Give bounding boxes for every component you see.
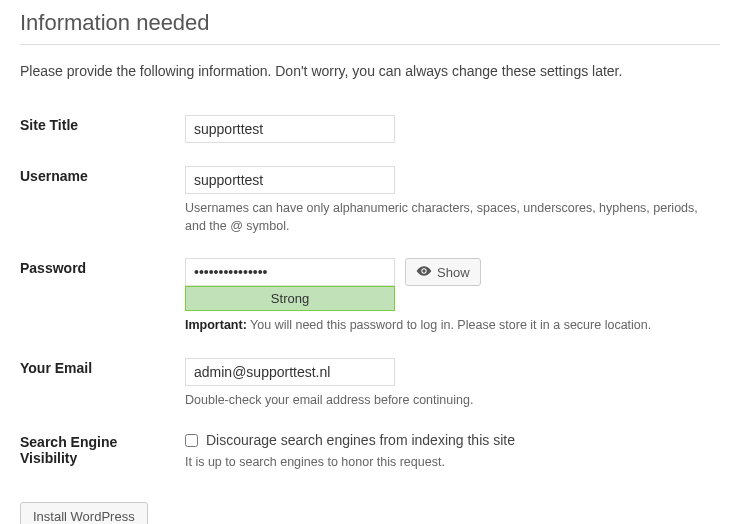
install-form: Site Title Username Usernames can have o… [20,107,720,487]
eye-icon [416,263,432,282]
intro-text: Please provide the following information… [20,63,720,79]
heading-divider [20,44,720,45]
username-label: Username [20,158,185,250]
email-input[interactable] [185,358,395,386]
password-label: Password [20,250,185,350]
search-engine-checkbox[interactable] [185,434,198,447]
site-title-input[interactable] [185,115,395,143]
search-engine-description: It is up to search engines to honor this… [185,454,720,472]
email-label: Your Email [20,350,185,425]
show-password-button[interactable]: Show [405,258,481,286]
password-input[interactable] [185,258,395,286]
password-important-label: Important: [185,318,247,332]
username-input[interactable] [185,166,395,194]
search-engine-label: Search Engine Visibility [20,424,185,487]
site-title-label: Site Title [20,107,185,158]
install-wordpress-button[interactable]: Install WordPress [20,502,148,525]
email-description: Double-check your email address before c… [185,392,720,410]
page-heading: Information needed [20,10,720,36]
password-strength-meter: Strong [185,286,395,311]
password-important-note: Important: You will need this password t… [185,317,720,335]
search-engine-checkbox-label: Discourage search engines from indexing … [206,432,515,448]
password-important-text: You will need this password to log in. P… [247,318,651,332]
show-password-label: Show [437,265,470,280]
username-description: Usernames can have only alphanumeric cha… [185,200,720,235]
